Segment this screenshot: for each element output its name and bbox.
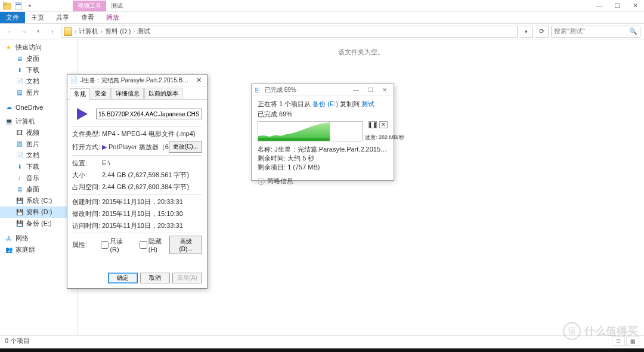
size-label: 大小: <box>72 171 102 180</box>
drive-icon: 💾 <box>16 208 23 216</box>
sidebar-desktop-pc[interactable]: 🖥桌面 <box>0 184 77 195</box>
created-label: 创建时间: <box>72 197 102 206</box>
crumb-leaf[interactable]: 测试 <box>137 27 150 36</box>
properties-titlebar[interactable]: 📄 J生兽：完结篇.Parasyte.Part.2.2015.BD720P.X2… <box>67 75 207 87</box>
apply-button[interactable]: 应用(A) <box>172 273 202 283</box>
close-button[interactable]: ✕ <box>626 0 644 12</box>
svg-rect-3 <box>16 4 21 5</box>
openwith-label: 打开方式: <box>72 143 102 152</box>
prop-tab-security[interactable]: 安全 <box>91 88 111 99</box>
sidebar-pictures[interactable]: 🖼图片 <box>0 87 77 98</box>
sidebar-documents-pc[interactable]: 📄文档 <box>0 150 77 161</box>
cloud-icon: ☁ <box>5 103 13 111</box>
copy-more-toggle[interactable]: ⌄ 简略信息 <box>258 177 388 186</box>
crumb-drive[interactable]: 资料 (D:) <box>105 27 131 36</box>
sidebar-quick-access[interactable]: ★快速访问 <box>0 42 77 53</box>
status-item-count: 0 个项目 <box>5 336 30 345</box>
music-icon: ♪ <box>16 174 23 182</box>
sidebar-downloads-pc[interactable]: ⬇下载 <box>0 161 77 172</box>
sidebar-drive-c[interactable]: 💾系统 (C:) <box>0 195 77 206</box>
modified-value: 2015年11月10日，15:10:30 <box>102 209 202 218</box>
copy-remain-row: 剩余项目: 1 (757 MB) <box>258 163 388 172</box>
up-button[interactable]: ↑ <box>47 26 58 38</box>
sidebar-desktop[interactable]: 🖥桌面 <box>0 53 77 64</box>
refresh-icon[interactable]: ⟳ <box>535 26 549 38</box>
search-icon: 🔍 <box>629 27 637 35</box>
prop-tab-details[interactable]: 详细信息 <box>112 88 144 99</box>
copy-maximize-button[interactable]: ☐ <box>365 86 376 94</box>
copy-titlebar[interactable]: ⎘ 已完成 69% — ☐ ✕ <box>252 84 394 96</box>
sidebar-pictures-pc[interactable]: 🖼图片 <box>0 138 77 150</box>
svg-marker-4 <box>77 108 88 120</box>
copy-close-button[interactable]: ✕ <box>379 86 390 94</box>
sidebar-drive-d[interactable]: 💾资料 (D:) <box>0 206 77 218</box>
openwith-value: PotPlayer 播放器（64 位 <box>109 143 169 152</box>
tab-view[interactable]: 查看 <box>75 12 100 23</box>
properties-close-button[interactable]: ✕ <box>193 76 205 85</box>
properties-icon[interactable] <box>14 1 23 11</box>
ribbon-tabs: 文件 主页 共享 查看 播放 <box>0 12 644 24</box>
modified-label: 修改时间: <box>72 209 102 218</box>
change-button[interactable]: 更改(C)... <box>169 141 202 153</box>
taskbar[interactable] <box>0 348 644 352</box>
minimize-button[interactable]: — <box>590 0 608 12</box>
readonly-checkbox[interactable]: 只读(R) <box>101 237 131 253</box>
filetype-icon <box>72 104 91 123</box>
copy-name-row: 名称: J生兽：完结篇.Parasyte.Part.2.2015.BD720P.… <box>258 145 388 154</box>
picture-icon: 🖼 <box>16 140 23 148</box>
accessed-value: 2015年11月10日，20:33:31 <box>102 221 202 230</box>
tab-home[interactable]: 主页 <box>25 12 50 23</box>
maximize-button[interactable]: ☐ <box>608 0 626 12</box>
sidebar-computer[interactable]: 💻计算机 <box>0 116 77 127</box>
refresh-button[interactable]: ▾ <box>520 26 533 38</box>
advanced-button[interactable]: 高级(D)... <box>169 236 202 254</box>
sidebar-network[interactable]: 🖧网络 <box>0 233 77 244</box>
copy-description: 正在将 1 个项目从 备份 (E:) 复制到 测试 <box>258 100 388 109</box>
pause-button[interactable]: ❚❚ <box>369 121 377 128</box>
copy-progress-text: 已完成 69% <box>258 110 388 119</box>
nav-sidebar: ★快速访问 🖥桌面 ⬇下载 📄文档 🖼图片 ☁OneDrive 💻计算机 🎞视频… <box>0 39 78 336</box>
address-bar: ← → ▾ ↑ › 计算机 › 资料 (D:) › 测试 ▾ ⟳ 搜索"测试" … <box>0 24 644 39</box>
sidebar-documents[interactable]: 📄文档 <box>0 76 77 87</box>
picture-icon: 🖼 <box>16 89 23 97</box>
hidden-checkbox[interactable]: 隐藏(H) <box>140 237 169 253</box>
ok-button[interactable]: 确定 <box>108 273 138 283</box>
prop-tab-general[interactable]: 常规 <box>70 88 90 100</box>
forward-button[interactable]: → <box>18 26 30 38</box>
sidebar-drive-e[interactable]: 💾备份 (E:) <box>0 218 77 229</box>
copy-src-link[interactable]: 备份 (E:) <box>312 100 338 107</box>
cancel-button[interactable]: 取消 <box>140 273 170 283</box>
location-value: E:\ <box>102 159 202 166</box>
window-title: 测试 <box>106 1 128 11</box>
tab-play[interactable]: 播放 <box>100 12 125 23</box>
qat-dropdown-icon[interactable]: ▾ <box>25 1 35 11</box>
breadcrumb[interactable]: › 计算机 › 资料 (D:) › 测试 <box>61 26 518 38</box>
sidebar-downloads[interactable]: ⬇下载 <box>0 64 77 76</box>
recent-dropdown[interactable]: ▾ <box>32 26 44 38</box>
copy-dst-link[interactable]: 测试 <box>361 100 374 107</box>
sidebar-music[interactable]: ♪音乐 <box>0 172 77 184</box>
attr-label: 属性: <box>72 240 101 249</box>
play-icon: ▶ <box>102 143 107 151</box>
copy-progress-dialog: ⎘ 已完成 69% — ☐ ✕ 正在将 1 个项目从 备份 (E:) 复制到 测… <box>251 84 394 181</box>
prop-tab-previous[interactable]: 以前的版本 <box>144 88 182 99</box>
search-box[interactable]: 搜索"测试" 🔍 <box>551 26 640 38</box>
sidebar-videos[interactable]: 🎞视频 <box>0 127 77 138</box>
tab-file[interactable]: 文件 <box>0 12 25 23</box>
watermark-logo: 值 <box>563 322 581 340</box>
copy-time-row: 剩余时间: 大约 5 秒 <box>258 154 388 163</box>
drive-icon: 💾 <box>16 197 23 205</box>
sidebar-homegroup[interactable]: 👥家庭组 <box>0 244 77 255</box>
copy-minimize-button[interactable]: — <box>351 86 361 94</box>
crumb-root[interactable]: 计算机 <box>79 27 98 36</box>
document-icon: 📄 <box>16 152 23 159</box>
back-button[interactable]: ← <box>4 26 16 38</box>
accessed-label: 访问时间: <box>72 221 102 230</box>
sidebar-onedrive[interactable]: ☁OneDrive <box>0 102 77 112</box>
folder-icon <box>2 1 12 11</box>
stop-button[interactable]: ✕ <box>379 121 388 128</box>
download-icon: ⬇ <box>16 163 23 171</box>
download-icon: ⬇ <box>16 66 23 74</box>
filename-input[interactable] <box>96 109 202 119</box>
tab-share[interactable]: 共享 <box>50 12 75 23</box>
